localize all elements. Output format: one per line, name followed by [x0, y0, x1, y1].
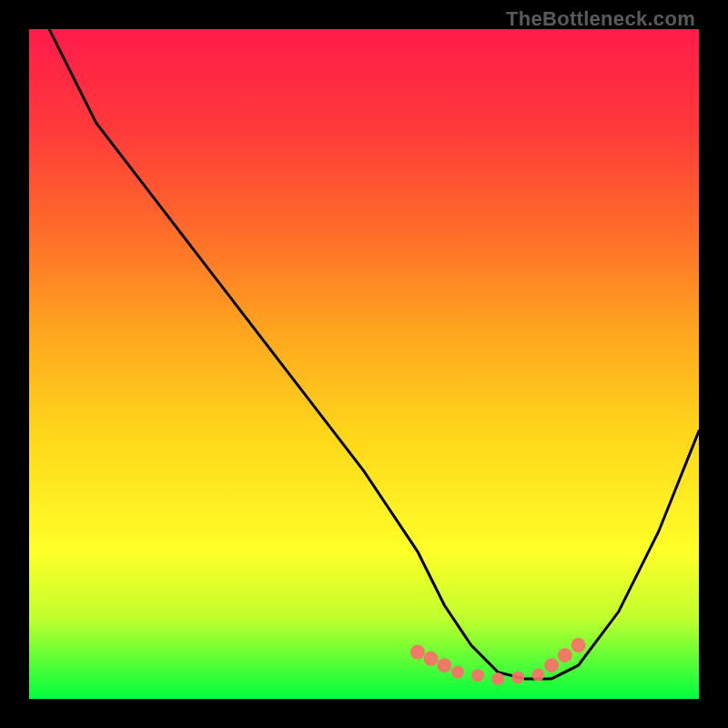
highlight-dot	[544, 658, 559, 672]
highlight-dot	[410, 645, 425, 660]
highlight-right	[544, 638, 585, 672]
chart-svg	[29, 29, 699, 699]
highlight-dot	[471, 669, 484, 682]
highlight-floor	[451, 666, 544, 685]
highlight-dot	[558, 648, 572, 662]
highlight-dot	[437, 658, 451, 672]
highlight-dot	[424, 652, 439, 666]
highlight-dot	[451, 666, 464, 679]
highlight-dot	[511, 671, 524, 683]
bottleneck-curve	[49, 29, 699, 679]
highlight-left	[410, 645, 451, 673]
highlight-dot	[571, 638, 586, 652]
watermark-text: TheBottleneck.com	[506, 7, 695, 31]
plot-area	[29, 29, 699, 699]
highlight-dot	[491, 672, 504, 685]
chart-container: TheBottleneck.com	[0, 0, 728, 728]
highlight-dot	[531, 669, 544, 682]
